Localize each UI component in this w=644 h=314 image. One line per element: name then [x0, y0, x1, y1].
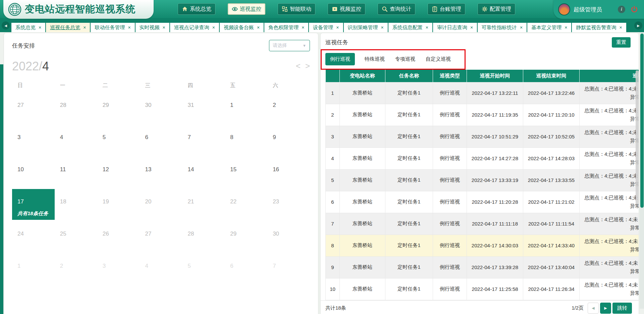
info-icon[interactable]: i — [618, 6, 625, 13]
calendar-day[interactable]: 3 — [97, 253, 140, 286]
table-row[interactable]: 10 东善桥站 定时任务1 例行巡视 2022-04-17 11:25:58 2… — [326, 278, 639, 300]
close-icon[interactable]: × — [39, 25, 41, 30]
table-row[interactable]: 4 东善桥站 定时任务1 例行巡视 2022-04-17 14:27:28 20… — [326, 147, 639, 169]
calendar-day[interactable]: 14 — [182, 157, 225, 189]
table-scrollbar[interactable] — [636, 70, 639, 204]
calendar-day[interactable]: 7 — [182, 125, 225, 157]
calendar-prev-icon[interactable]: < — [296, 62, 301, 70]
calendar-day[interactable]: 5 — [182, 253, 225, 286]
calendar-day[interactable]: 2 — [55, 253, 97, 286]
calendar-day[interactable]: 9 — [267, 125, 310, 157]
calendar-day[interactable]: 28 — [55, 92, 97, 125]
calendar-day[interactable]: 20 — [140, 189, 182, 221]
tab-0[interactable]: 系统总览 × — [11, 23, 45, 32]
calendar-day[interactable]: 30 — [140, 92, 182, 125]
table-row[interactable]: 7 东善桥站 定时任务1 例行巡视 2022-04-17 11:11:18 20… — [326, 213, 639, 235]
calendar-day[interactable]: 4 — [55, 125, 97, 157]
tab-12[interactable]: 基本定义管理 × — [527, 23, 571, 32]
close-icon[interactable]: × — [336, 25, 339, 30]
close-icon[interactable]: × — [381, 25, 384, 30]
tab-11[interactable]: 可靠性指标统计 × — [478, 23, 527, 32]
calendar-day[interactable]: 8 — [225, 125, 267, 157]
calendar-day[interactable]: 23 — [267, 189, 310, 221]
calendar-day-selected[interactable]: 17共有18条任务 — [12, 189, 55, 220]
calendar-day[interactable]: 29 — [225, 221, 267, 253]
reset-button[interactable]: 重置 — [612, 37, 631, 48]
tab-6[interactable]: 角色权限管理 × — [264, 23, 308, 32]
tab-2[interactable]: 联动任务管理 × — [91, 23, 135, 32]
jump-button[interactable]: 跳转 — [612, 303, 632, 314]
type-tab-0[interactable]: 例行巡视 — [325, 53, 355, 65]
table-row[interactable]: 6 东善桥站 定时任务1 例行巡视 2022-04-17 11:20:28 20… — [326, 191, 639, 213]
close-icon[interactable]: × — [83, 25, 86, 30]
table-row[interactable]: 9 东善桥站 定时任务1 例行巡视 2022-04-17 13:39:28 20… — [326, 256, 639, 278]
calendar-day[interactable]: 29 — [97, 92, 140, 125]
close-icon[interactable]: × — [163, 25, 165, 30]
calendar-day[interactable]: 18 — [55, 189, 97, 221]
close-icon[interactable]: × — [426, 25, 428, 30]
tab-13[interactable]: 静默监视告警查询 × — [572, 23, 626, 32]
nav-button-5[interactable]: 台账管理 — [428, 3, 465, 15]
tab-5[interactable]: 视频设备台账 × — [220, 23, 264, 32]
type-tab-3[interactable]: 自定义巡视 — [425, 53, 451, 65]
tab-8[interactable]: 识别策略管理 × — [344, 23, 388, 32]
close-icon[interactable]: × — [520, 25, 523, 30]
table-row[interactable]: 2 东善桥站 定时任务1 例行巡视 2022-04-17 11:19:35 20… — [326, 104, 639, 126]
close-icon[interactable]: × — [257, 25, 260, 30]
nav-button-3[interactable]: 视频监控 — [328, 3, 365, 15]
station-select[interactable]: 请选择 ▼ — [269, 40, 310, 51]
calendar-day[interactable]: 16 — [267, 157, 310, 189]
calendar-day[interactable]: 13 — [140, 157, 182, 189]
close-icon[interactable]: × — [212, 25, 215, 30]
calendar-day[interactable]: 10 — [12, 157, 55, 189]
calendar-day[interactable]: 30 — [267, 221, 310, 253]
nav-button-1[interactable]: 巡视监控 — [228, 3, 265, 15]
calendar-day[interactable]: 27 — [140, 221, 182, 253]
calendar-day[interactable]: 27 — [12, 92, 55, 125]
tab-10[interactable]: 审计日志查询 × — [433, 23, 477, 32]
table-row[interactable]: 8 东善桥站 定时任务1 例行巡视 2022-04-17 14:30:03 20… — [326, 235, 639, 256]
calendar-day[interactable]: 4 — [140, 253, 182, 286]
calendar-day[interactable]: 31 — [182, 92, 225, 125]
tab-3[interactable]: 实时视频 × — [136, 23, 169, 32]
table-row[interactable]: 3 东善桥站 定时任务1 例行巡视 2022-04-17 10:51:29 20… — [326, 126, 639, 147]
type-tab-2[interactable]: 专项巡视 — [394, 53, 416, 65]
calendar-day[interactable]: 6 — [225, 253, 267, 286]
table-row[interactable]: 1 东善桥站 定时任务1 例行巡视 2022-04-17 13:22:11 20… — [326, 82, 639, 104]
tab-4[interactable]: 巡视点记录查询 × — [170, 23, 219, 32]
tab-scroll-left-icon[interactable]: ◀ — [2, 21, 10, 29]
calendar-next-icon[interactable]: > — [305, 62, 310, 70]
calendar-day[interactable]: 19 — [97, 189, 140, 221]
calendar-day[interactable]: 25 — [55, 221, 97, 253]
tab-1[interactable]: 巡视任务总览 × — [46, 23, 90, 32]
calendar-day[interactable]: 5 — [97, 125, 140, 157]
tab-7[interactable]: 设备管理 × — [309, 23, 343, 32]
calendar-day[interactable]: 26 — [97, 221, 140, 253]
calendar-day[interactable]: 7 — [267, 253, 310, 286]
close-icon[interactable]: × — [128, 25, 130, 30]
calendar-day[interactable]: 22 — [225, 189, 267, 221]
tab-scroll-right-icon[interactable]: ▶ — [634, 21, 642, 29]
calendar-day[interactable]: 3 — [12, 125, 55, 157]
calendar-day[interactable]: 11 — [55, 157, 97, 189]
calendar-day[interactable]: 1 — [12, 253, 55, 286]
next-page-button[interactable]: ▶ — [600, 303, 611, 314]
avatar[interactable] — [558, 3, 570, 15]
tab-9[interactable]: 系统信息配置 × — [388, 23, 432, 32]
close-icon[interactable]: × — [619, 25, 622, 30]
prev-page-button[interactable]: ◀ — [588, 303, 599, 314]
calendar-day[interactable]: 6 — [140, 125, 182, 157]
calendar-day[interactable]: 12 — [97, 157, 140, 189]
type-tab-1[interactable]: 特殊巡视 — [364, 53, 385, 65]
calendar-day[interactable]: 15 — [225, 157, 267, 189]
close-icon[interactable]: × — [302, 25, 304, 30]
calendar-day[interactable]: 21 — [182, 189, 225, 221]
calendar-day[interactable]: 28 — [182, 221, 225, 253]
power-icon[interactable] — [631, 6, 638, 13]
nav-button-4[interactable]: 查询统计 — [378, 3, 415, 15]
page-scrollbar[interactable] — [640, 32, 644, 309]
calendar-day[interactable]: 1 — [225, 92, 267, 125]
close-icon[interactable]: × — [565, 25, 567, 30]
calendar-day[interactable]: 24 — [12, 221, 55, 253]
close-icon[interactable]: × — [470, 25, 473, 30]
